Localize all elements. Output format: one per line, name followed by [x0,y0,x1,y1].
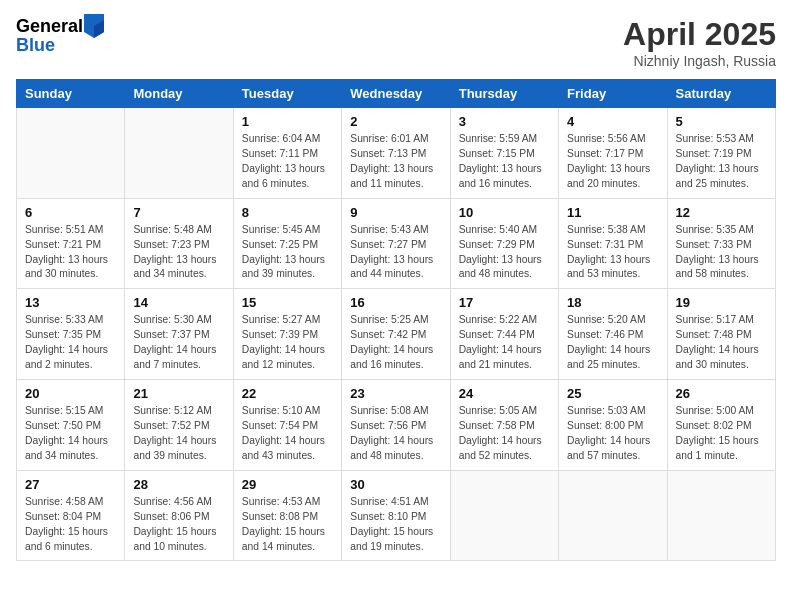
calendar-cell [667,470,775,561]
day-info: Sunrise: 5:08 AM Sunset: 7:56 PM Dayligh… [350,404,441,464]
weekday-header-monday: Monday [125,80,233,108]
day-number: 9 [350,205,441,220]
day-info: Sunrise: 5:35 AM Sunset: 7:33 PM Dayligh… [676,223,767,283]
calendar-cell: 7Sunrise: 5:48 AM Sunset: 7:23 PM Daylig… [125,198,233,289]
calendar-cell: 28Sunrise: 4:56 AM Sunset: 8:06 PM Dayli… [125,470,233,561]
day-number: 15 [242,295,333,310]
day-info: Sunrise: 5:56 AM Sunset: 7:17 PM Dayligh… [567,132,658,192]
day-info: Sunrise: 5:30 AM Sunset: 7:37 PM Dayligh… [133,313,224,373]
day-number: 18 [567,295,658,310]
logo-blue: Blue [16,36,104,56]
calendar-cell: 23Sunrise: 5:08 AM Sunset: 7:56 PM Dayli… [342,380,450,471]
calendar-cell [559,470,667,561]
day-info: Sunrise: 4:51 AM Sunset: 8:10 PM Dayligh… [350,495,441,555]
day-number: 4 [567,114,658,129]
weekday-header-wednesday: Wednesday [342,80,450,108]
day-info: Sunrise: 4:58 AM Sunset: 8:04 PM Dayligh… [25,495,116,555]
title-area: April 2025 Nizhniy Ingash, Russia [623,16,776,69]
day-info: Sunrise: 5:12 AM Sunset: 7:52 PM Dayligh… [133,404,224,464]
day-info: Sunrise: 5:17 AM Sunset: 7:48 PM Dayligh… [676,313,767,373]
day-info: Sunrise: 6:04 AM Sunset: 7:11 PM Dayligh… [242,132,333,192]
day-info: Sunrise: 5:38 AM Sunset: 7:31 PM Dayligh… [567,223,658,283]
day-number: 30 [350,477,441,492]
calendar-cell: 9Sunrise: 5:43 AM Sunset: 7:27 PM Daylig… [342,198,450,289]
calendar-cell: 14Sunrise: 5:30 AM Sunset: 7:37 PM Dayli… [125,289,233,380]
day-info: Sunrise: 5:40 AM Sunset: 7:29 PM Dayligh… [459,223,550,283]
day-info: Sunrise: 5:15 AM Sunset: 7:50 PM Dayligh… [25,404,116,464]
day-number: 17 [459,295,550,310]
day-info: Sunrise: 5:43 AM Sunset: 7:27 PM Dayligh… [350,223,441,283]
day-info: Sunrise: 5:10 AM Sunset: 7:54 PM Dayligh… [242,404,333,464]
day-number: 23 [350,386,441,401]
calendar-table: SundayMondayTuesdayWednesdayThursdayFrid… [16,79,776,561]
calendar-cell: 8Sunrise: 5:45 AM Sunset: 7:25 PM Daylig… [233,198,341,289]
calendar-cell: 21Sunrise: 5:12 AM Sunset: 7:52 PM Dayli… [125,380,233,471]
calendar-cell: 1Sunrise: 6:04 AM Sunset: 7:11 PM Daylig… [233,108,341,199]
calendar-cell: 26Sunrise: 5:00 AM Sunset: 8:02 PM Dayli… [667,380,775,471]
day-number: 21 [133,386,224,401]
weekday-header-friday: Friday [559,80,667,108]
calendar-week-2: 6Sunrise: 5:51 AM Sunset: 7:21 PM Daylig… [17,198,776,289]
day-number: 7 [133,205,224,220]
calendar-cell: 15Sunrise: 5:27 AM Sunset: 7:39 PM Dayli… [233,289,341,380]
calendar-cell: 29Sunrise: 4:53 AM Sunset: 8:08 PM Dayli… [233,470,341,561]
day-info: Sunrise: 5:51 AM Sunset: 7:21 PM Dayligh… [25,223,116,283]
calendar-cell: 19Sunrise: 5:17 AM Sunset: 7:48 PM Dayli… [667,289,775,380]
calendar-cell: 24Sunrise: 5:05 AM Sunset: 7:58 PM Dayli… [450,380,558,471]
calendar-cell: 13Sunrise: 5:33 AM Sunset: 7:35 PM Dayli… [17,289,125,380]
calendar-cell: 2Sunrise: 6:01 AM Sunset: 7:13 PM Daylig… [342,108,450,199]
calendar-cell: 27Sunrise: 4:58 AM Sunset: 8:04 PM Dayli… [17,470,125,561]
calendar-cell: 20Sunrise: 5:15 AM Sunset: 7:50 PM Dayli… [17,380,125,471]
day-info: Sunrise: 4:56 AM Sunset: 8:06 PM Dayligh… [133,495,224,555]
day-number: 19 [676,295,767,310]
day-number: 13 [25,295,116,310]
day-info: Sunrise: 6:01 AM Sunset: 7:13 PM Dayligh… [350,132,441,192]
day-number: 29 [242,477,333,492]
calendar-cell: 4Sunrise: 5:56 AM Sunset: 7:17 PM Daylig… [559,108,667,199]
day-info: Sunrise: 5:59 AM Sunset: 7:15 PM Dayligh… [459,132,550,192]
page-header: General Blue April 2025 Nizhniy Ingash, … [16,16,776,69]
calendar-cell [17,108,125,199]
day-number: 14 [133,295,224,310]
day-number: 3 [459,114,550,129]
day-number: 1 [242,114,333,129]
calendar-cell: 3Sunrise: 5:59 AM Sunset: 7:15 PM Daylig… [450,108,558,199]
day-number: 26 [676,386,767,401]
day-number: 25 [567,386,658,401]
day-number: 20 [25,386,116,401]
calendar-cell: 12Sunrise: 5:35 AM Sunset: 7:33 PM Dayli… [667,198,775,289]
day-info: Sunrise: 5:25 AM Sunset: 7:42 PM Dayligh… [350,313,441,373]
logo-text: General Blue [16,16,104,56]
day-number: 10 [459,205,550,220]
calendar-cell: 6Sunrise: 5:51 AM Sunset: 7:21 PM Daylig… [17,198,125,289]
day-number: 16 [350,295,441,310]
day-number: 24 [459,386,550,401]
day-info: Sunrise: 5:27 AM Sunset: 7:39 PM Dayligh… [242,313,333,373]
calendar-week-1: 1Sunrise: 6:04 AM Sunset: 7:11 PM Daylig… [17,108,776,199]
calendar-week-4: 20Sunrise: 5:15 AM Sunset: 7:50 PM Dayli… [17,380,776,471]
day-number: 6 [25,205,116,220]
calendar-cell [450,470,558,561]
day-number: 27 [25,477,116,492]
calendar-week-5: 27Sunrise: 4:58 AM Sunset: 8:04 PM Dayli… [17,470,776,561]
day-number: 28 [133,477,224,492]
day-info: Sunrise: 5:53 AM Sunset: 7:19 PM Dayligh… [676,132,767,192]
calendar-week-3: 13Sunrise: 5:33 AM Sunset: 7:35 PM Dayli… [17,289,776,380]
weekday-header-thursday: Thursday [450,80,558,108]
calendar-cell: 17Sunrise: 5:22 AM Sunset: 7:44 PM Dayli… [450,289,558,380]
calendar-cell: 22Sunrise: 5:10 AM Sunset: 7:54 PM Dayli… [233,380,341,471]
logo: General Blue [16,16,104,56]
month-title: April 2025 [623,16,776,53]
calendar-cell: 5Sunrise: 5:53 AM Sunset: 7:19 PM Daylig… [667,108,775,199]
calendar-cell [125,108,233,199]
day-info: Sunrise: 5:03 AM Sunset: 8:00 PM Dayligh… [567,404,658,464]
weekday-header-row: SundayMondayTuesdayWednesdayThursdayFrid… [17,80,776,108]
day-number: 22 [242,386,333,401]
day-info: Sunrise: 5:00 AM Sunset: 8:02 PM Dayligh… [676,404,767,464]
day-info: Sunrise: 5:48 AM Sunset: 7:23 PM Dayligh… [133,223,224,283]
calendar-cell: 16Sunrise: 5:25 AM Sunset: 7:42 PM Dayli… [342,289,450,380]
calendar-cell: 18Sunrise: 5:20 AM Sunset: 7:46 PM Dayli… [559,289,667,380]
weekday-header-sunday: Sunday [17,80,125,108]
day-number: 2 [350,114,441,129]
day-number: 5 [676,114,767,129]
